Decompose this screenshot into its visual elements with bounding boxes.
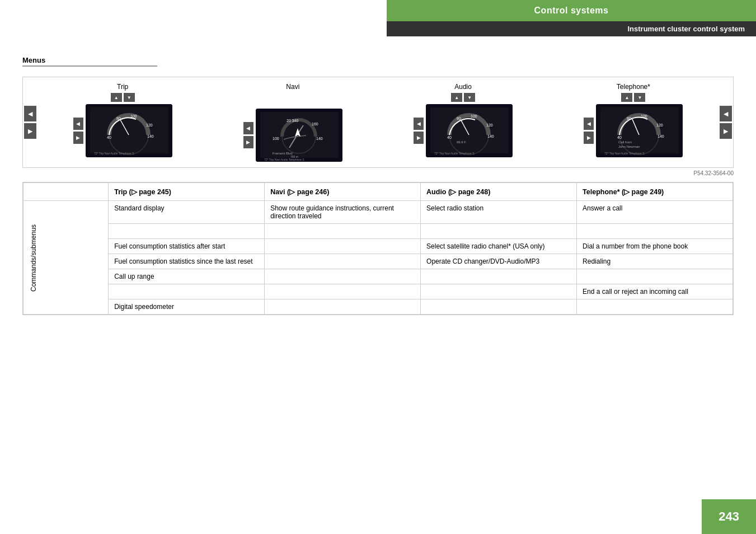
- audio-row-3: Select satellite radio chanel* (USA only…: [421, 239, 577, 254]
- svg-text:20 340: 20 340: [287, 119, 299, 123]
- table-row-1: Commands/submenus Standard display Show …: [24, 201, 733, 224]
- diagram-telephone: Telephone* ▲ ▼ ◀ ▶: [548, 83, 719, 162]
- telephone-row-5: [577, 269, 733, 284]
- far-right-arrows[interactable]: ◀ ▶: [720, 106, 732, 139]
- audio-row-2: [421, 224, 577, 239]
- svg-text:80: 80: [457, 116, 461, 120]
- control-systems-title: Control systems: [387, 0, 756, 21]
- telephone-up-btn[interactable]: ▲: [621, 93, 632, 102]
- navi-row-1: Show route guidance instructions, curren…: [265, 201, 421, 224]
- header-section: Control systems Instrument cluster contr…: [387, 0, 756, 36]
- navi-row-3: [265, 239, 421, 254]
- svg-text:John Newman: John Newman: [618, 145, 640, 148]
- audio-lr-arrows[interactable]: ◀ ▶: [414, 118, 424, 144]
- trip-page-ref: (▷ page 245): [129, 188, 171, 196]
- trip-gauge: 40 80 100 120 140 72* Trip Navi Audio Te…: [86, 104, 172, 157]
- svg-text:80: 80: [116, 116, 121, 120]
- svg-text:40: 40: [447, 135, 452, 139]
- audio-page-ref: (▷ page 248): [448, 188, 490, 196]
- header-trip: Trip (▷ page 245): [109, 183, 265, 201]
- telephone-down-btn[interactable]: ▼: [634, 93, 645, 102]
- svg-text:Call from: Call from: [618, 140, 632, 144]
- table-row-5: Call up range: [24, 269, 733, 284]
- navi-gauge: 100 20 340 160 140 Fremont Blvd 700 m 72…: [256, 109, 342, 162]
- empty-header-cell: [24, 183, 109, 201]
- telephone-up-down[interactable]: ▲ ▼: [621, 93, 645, 102]
- telephone-left-btn[interactable]: ◀: [584, 118, 594, 130]
- far-right-down-arrow[interactable]: ▶: [720, 123, 732, 139]
- navi-right-btn[interactable]: ▶: [243, 136, 253, 148]
- navi-header-bold: Navi: [270, 188, 285, 196]
- svg-text:120: 120: [146, 123, 153, 127]
- svg-text:120: 120: [486, 123, 493, 127]
- commands-rotated-text: Commands/submenus: [29, 224, 37, 291]
- audio-row-1: Select radio station: [421, 201, 577, 224]
- svg-text:160: 160: [312, 122, 318, 126]
- svg-text:99.9 F: 99.9 F: [457, 140, 466, 144]
- trip-row-2: [109, 224, 265, 239]
- diagrams-container: ◀ ▶ Trip ▲ ▼ ◀ ▶: [22, 77, 734, 168]
- telephone-instrument-row: ◀ ▶ 40 80 100 120 140: [584, 104, 683, 157]
- trip-row-4: Fuel consumption statistics since the la…: [109, 254, 265, 269]
- trip-lr-arrows[interactable]: ◀ ▶: [73, 118, 83, 144]
- far-left-down-arrow[interactable]: ▶: [24, 123, 36, 139]
- trip-up-btn[interactable]: ▲: [111, 93, 122, 102]
- trip-down-btn[interactable]: ▼: [124, 93, 135, 102]
- navi-page-ref: (▷ page 246): [287, 188, 329, 196]
- svg-text:72*  Trip  Navi  Audio  Teleph: 72* Trip Navi Audio Telephone S: [94, 152, 134, 155]
- svg-text:100: 100: [130, 114, 137, 118]
- trip-instrument-row: ◀ ▶ 40: [73, 104, 172, 157]
- instrument-cluster-subtitle: Instrument cluster control system: [387, 21, 756, 36]
- audio-row-5: [421, 269, 577, 284]
- navi-left-btn[interactable]: ◀: [243, 122, 253, 134]
- svg-text:100: 100: [273, 137, 279, 140]
- svg-text:72*  Trip  Navi  Audio  Teleph: 72* Trip Navi Audio Telephone S: [604, 152, 645, 155]
- telephone-gauge: 40 80 100 120 140 Call from John Newman …: [596, 104, 683, 157]
- audio-down-btn[interactable]: ▼: [464, 93, 475, 102]
- telephone-right-btn[interactable]: ▶: [584, 132, 594, 144]
- diagram-trip: Trip ▲ ▼ ◀ ▶: [37, 83, 208, 162]
- diagram-audio: Audio ▲ ▼ ◀ ▶: [378, 83, 548, 162]
- audio-row-4: Operate CD changer/DVD-Audio/MP3: [421, 254, 577, 269]
- table-row-6: End a call or reject an incoming call: [24, 284, 733, 299]
- trip-row-7: Digital speedometer: [109, 299, 265, 315]
- table-row-3: Fuel consumption statistics after start …: [24, 239, 733, 254]
- commands-label-cell: Commands/submenus: [24, 201, 109, 315]
- trip-up-down[interactable]: ▲ ▼: [111, 93, 135, 102]
- far-left-up-arrow[interactable]: ◀: [24, 106, 36, 121]
- trip-left-btn[interactable]: ◀: [73, 118, 83, 130]
- audio-up-down[interactable]: ▲ ▼: [451, 93, 475, 102]
- navi-lr-arrows[interactable]: ◀ ▶: [243, 122, 253, 148]
- navi-row-5: [265, 269, 421, 284]
- audio-row-7: [421, 299, 577, 315]
- navi-row-7: [265, 299, 421, 315]
- telephone-lr-arrows[interactable]: ◀ ▶: [584, 118, 594, 144]
- svg-text:100: 100: [641, 114, 647, 118]
- trip-label: Trip: [117, 83, 128, 91]
- trip-right-btn[interactable]: ▶: [73, 132, 83, 144]
- svg-text:72*  Trip  Navi  Audio  Teleph: 72* Trip Navi Audio Telephone S: [264, 158, 304, 161]
- audio-up-btn[interactable]: ▲: [451, 93, 462, 102]
- far-left-arrows[interactable]: ◀ ▶: [24, 106, 36, 139]
- telephone-row-1: Answer a call: [577, 201, 733, 224]
- telephone-row-6: End a call or reject an incoming call: [577, 284, 733, 299]
- far-right-up-arrow[interactable]: ◀: [720, 106, 732, 121]
- svg-text:Fremont Blvd: Fremont Blvd: [273, 152, 293, 155]
- audio-row-6: [421, 284, 577, 299]
- navi-row-4: [265, 254, 421, 269]
- svg-text:140: 140: [658, 134, 664, 138]
- telephone-page-ref: (▷ page 249): [622, 188, 664, 196]
- navi-label: Navi: [286, 83, 299, 91]
- svg-text:40: 40: [617, 135, 622, 139]
- audio-gauge: 40 80 100 120 140 99.9 F 72* Trip Navi A…: [426, 104, 513, 157]
- navi-row-6: [265, 284, 421, 299]
- svg-text:80: 80: [627, 116, 631, 120]
- telephone-header-bold: Telephone*: [583, 188, 619, 196]
- menus-title: Menus: [22, 56, 157, 67]
- audio-right-btn[interactable]: ▶: [414, 132, 424, 144]
- image-reference: P54.32-3564-00: [22, 170, 734, 176]
- svg-text:120: 120: [656, 123, 663, 127]
- telephone-row-4: Redialing: [577, 254, 733, 269]
- audio-left-btn[interactable]: ◀: [414, 118, 424, 130]
- trip-row-6: [109, 284, 265, 299]
